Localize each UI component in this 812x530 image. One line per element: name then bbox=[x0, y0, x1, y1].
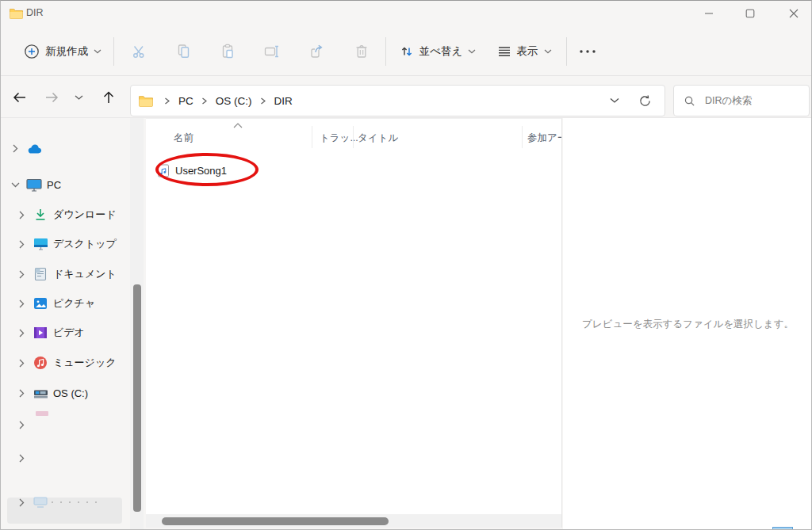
sidebar-item-pictures[interactable]: ピクチャ bbox=[1, 290, 128, 317]
toolbar-separator bbox=[113, 37, 114, 66]
sidebar-scrollbar[interactable] bbox=[130, 118, 144, 530]
column-header-name[interactable]: 名前 bbox=[174, 132, 193, 145]
sidebar-item-label: OS (C:) bbox=[53, 387, 88, 399]
sidebar-item-label: ビデオ bbox=[53, 326, 85, 340]
rename-icon bbox=[264, 44, 280, 59]
refresh-button[interactable] bbox=[638, 94, 652, 108]
breadcrumb-item-dir[interactable]: DIR bbox=[271, 95, 296, 107]
preview-placeholder-text: プレビューを表示するファイルを選択します。 bbox=[563, 318, 812, 331]
column-header-artists[interactable]: 参加アー bbox=[527, 132, 562, 145]
chevron-right-icon bbox=[17, 270, 26, 279]
trash-icon bbox=[354, 44, 370, 59]
folder-icon bbox=[10, 8, 23, 19]
file-list-panel: 名前 トラッ... タイトル 参加アー UserSong1 bbox=[146, 118, 562, 528]
sidebar-item-hidden-1[interactable] bbox=[1, 411, 128, 438]
breadcrumb-item-os-c[interactable]: OS (C:) bbox=[213, 95, 255, 107]
copy-button[interactable] bbox=[170, 37, 198, 66]
chevron-right-icon bbox=[17, 299, 26, 308]
maximize-button[interactable] bbox=[732, 1, 768, 26]
chevron-right-icon bbox=[17, 454, 26, 463]
cut-button[interactable] bbox=[125, 37, 154, 66]
sort-ascending-caret-icon bbox=[233, 123, 243, 128]
folder-icon bbox=[139, 95, 153, 107]
column-separator[interactable] bbox=[312, 126, 312, 148]
view-label: 表示 bbox=[517, 44, 538, 59]
window-title: DIR bbox=[26, 7, 44, 18]
search-bar bbox=[673, 85, 810, 116]
breadcrumb-item-pc[interactable]: PC bbox=[175, 95, 197, 107]
breadcrumb-bar[interactable]: PC OS (C:) DIR bbox=[130, 85, 665, 116]
horizontal-scrollbar-thumb[interactable] bbox=[162, 517, 389, 525]
back-button[interactable] bbox=[7, 86, 33, 109]
sidebar-item-videos[interactable]: ビデオ bbox=[1, 319, 128, 346]
column-separator[interactable] bbox=[353, 126, 354, 148]
address-dropdown-button[interactable] bbox=[610, 97, 619, 104]
new-button[interactable]: 新規作成 bbox=[17, 37, 109, 66]
chevron-right-icon bbox=[10, 144, 20, 153]
maximize-icon bbox=[745, 9, 755, 18]
more-icon bbox=[578, 44, 597, 59]
sidebar-item-music[interactable]: ミュージック bbox=[1, 349, 128, 376]
sidebar-item-os-c[interactable]: OS (C:) bbox=[1, 379, 128, 406]
recent-locations-button[interactable] bbox=[70, 88, 87, 107]
sort-icon bbox=[400, 44, 414, 59]
close-icon bbox=[789, 9, 799, 18]
sidebar-item-downloads[interactable]: ダウンロード bbox=[1, 201, 128, 228]
cut-off-blue-element bbox=[772, 527, 793, 530]
chevron-right-icon bbox=[17, 498, 26, 507]
sidebar-item-desktop[interactable]: デスクトップ bbox=[1, 231, 128, 257]
cut-icon bbox=[132, 44, 147, 59]
sidebar-scrollbar-thumb[interactable] bbox=[133, 284, 141, 512]
sidebar-item-hidden-3[interactable] bbox=[1, 489, 128, 516]
desktop-icon bbox=[33, 238, 48, 250]
paste-button[interactable] bbox=[214, 37, 243, 66]
chevron-down-icon bbox=[468, 49, 476, 54]
command-toolbar: 新規作成 並べ替え 表示 bbox=[1, 26, 812, 76]
share-icon bbox=[308, 44, 324, 59]
back-arrow-icon bbox=[12, 90, 28, 105]
rename-button[interactable] bbox=[258, 37, 286, 66]
network-monitor-icon bbox=[33, 497, 48, 508]
more-button[interactable] bbox=[573, 37, 602, 66]
forward-button[interactable] bbox=[39, 86, 64, 109]
title-bar: DIR bbox=[1, 1, 812, 26]
chevron-right-icon bbox=[17, 329, 26, 337]
sidebar-item-documents[interactable]: ドキュメント bbox=[1, 261, 128, 288]
chevron-right-icon bbox=[17, 421, 26, 429]
minimize-icon bbox=[704, 9, 714, 18]
sidebar-item-onedrive[interactable] bbox=[1, 135, 128, 162]
sidebar-item-hidden-2[interactable] bbox=[1, 444, 128, 471]
up-button[interactable] bbox=[96, 86, 121, 109]
sidebar-item-pc[interactable]: PC bbox=[1, 171, 128, 198]
chevron-down-icon bbox=[75, 95, 83, 101]
breadcrumb-chevron-icon bbox=[164, 97, 170, 105]
search-icon bbox=[684, 95, 695, 107]
horizontal-scrollbar[interactable] bbox=[146, 514, 561, 528]
column-separator[interactable] bbox=[522, 126, 523, 148]
share-button[interactable] bbox=[302, 37, 331, 66]
sidebar-item-label: ダウンロード bbox=[53, 208, 117, 222]
search-input[interactable] bbox=[703, 94, 791, 107]
minimize-button[interactable] bbox=[691, 1, 727, 26]
chevron-right-icon bbox=[17, 211, 26, 219]
up-arrow-icon bbox=[101, 90, 117, 105]
view-button[interactable]: 表示 bbox=[491, 37, 557, 66]
copy-icon bbox=[176, 44, 192, 59]
navigation-pane: PC ダウンロード デスクトップ ドキュメント ピクチャ ビデオ bbox=[1, 118, 146, 530]
pictures-icon bbox=[33, 297, 48, 310]
downloads-icon bbox=[33, 208, 48, 222]
chevron-right-icon bbox=[17, 359, 26, 368]
sort-button[interactable]: 並べ替え bbox=[394, 37, 481, 66]
column-header-title[interactable]: タイトル bbox=[358, 132, 398, 145]
faded-icon-fragment bbox=[36, 411, 48, 416]
red-ellipse-annotation bbox=[155, 153, 259, 186]
delete-button[interactable] bbox=[347, 37, 376, 66]
videos-icon bbox=[33, 326, 48, 339]
sort-label: 並べ替え bbox=[419, 44, 463, 59]
view-icon bbox=[497, 44, 511, 59]
sidebar-item-label: PC bbox=[47, 179, 61, 191]
chevron-right-icon bbox=[17, 240, 26, 249]
documents-icon bbox=[33, 267, 48, 281]
close-button[interactable] bbox=[776, 1, 812, 26]
forward-arrow-icon bbox=[44, 90, 59, 105]
